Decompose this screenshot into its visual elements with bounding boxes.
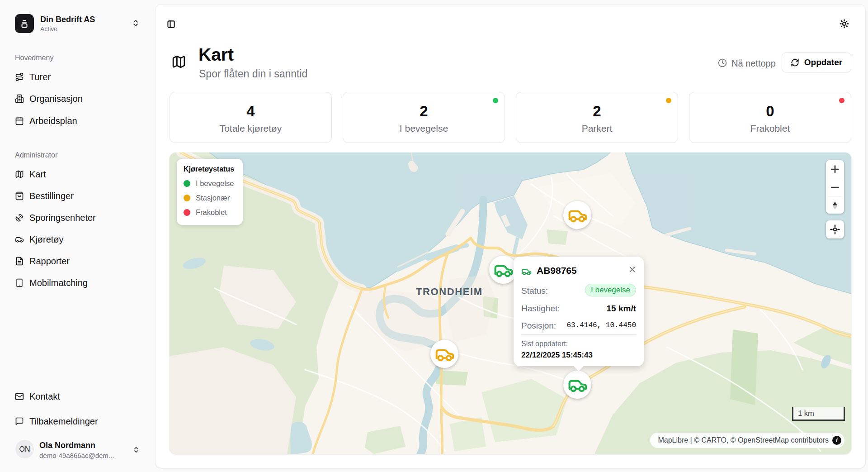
svg-text:TRONDHEIM: TRONDHEIM <box>416 286 483 297</box>
